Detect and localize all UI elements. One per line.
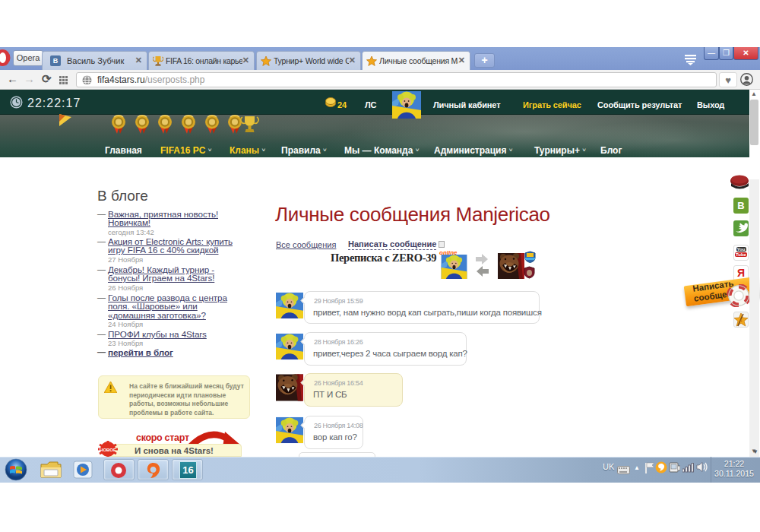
svg-text:НОВОЕ: НОВОЕ [100,448,116,452]
